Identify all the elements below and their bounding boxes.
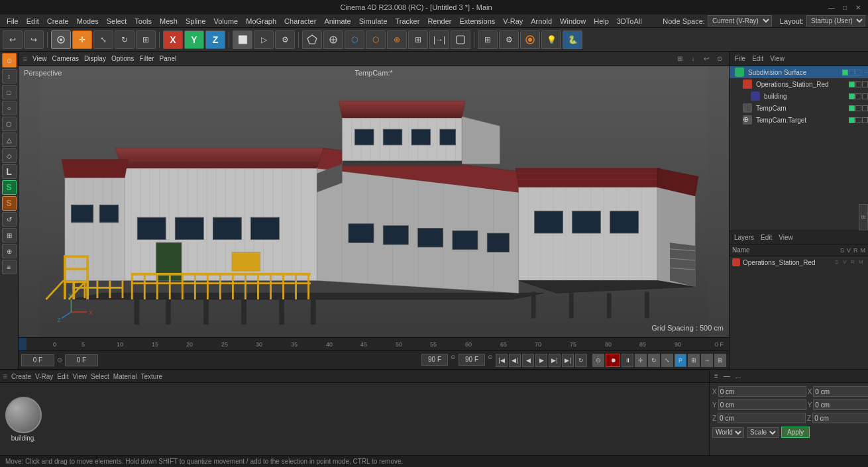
attr-dots[interactable]: ... [733,371,743,381]
om-subdivision-surface[interactable]: Subdivision Surface ··· [730,66,868,78]
menu-file[interactable]: File [3,16,23,26]
om-tempcam[interactable]: 🎥 TempCam [730,102,868,114]
axis-x-button[interactable]: X [163,30,183,49]
menu-3dtool[interactable]: 3DToAll [613,16,646,26]
menu-arnold[interactable]: Arnold [527,16,556,26]
om-ops-check1[interactable] [849,81,855,87]
rot-key-btn[interactable]: ↻ [648,354,660,367]
prev-play-button[interactable]: ◀ [522,354,534,367]
om-building-check1[interactable] [849,93,855,99]
lt-add[interactable]: ⊕ [2,244,17,258]
menu-mograph[interactable]: MoGraph [242,16,280,26]
loop-button[interactable]: ↻ [575,354,587,367]
null-button[interactable]: ⬜ [233,30,252,49]
fps-input[interactable] [459,354,485,366]
vt-display[interactable]: Display [84,55,106,62]
vt-icon1[interactable]: ⊞ [675,54,685,64]
menu-mesh[interactable]: Mesh [156,16,182,26]
menu-modes[interactable]: Modes [73,16,103,26]
attr-y-pos[interactable] [718,399,806,410]
menu-help[interactable]: Help [590,16,613,26]
layout-select[interactable]: Startup (User) [806,15,865,26]
start-frame-input[interactable] [65,354,98,366]
browser-tab[interactable]: B [859,204,868,231]
menu-tools[interactable]: Tools [131,16,156,26]
vt-options[interactable]: Options [111,55,134,62]
attr-z-size[interactable] [812,413,868,423]
all-key-btn[interactable]: ⊞ [688,354,700,367]
layer-icon-v[interactable]: V [843,259,849,266]
vt-filter[interactable]: Filter [139,55,154,62]
vt-icon3[interactable]: ↩ [701,54,712,64]
layers-menu[interactable]: Layers [732,233,756,242]
redo-button[interactable]: ↪ [24,30,44,49]
menu-animate[interactable]: Animate [320,16,354,26]
record-mode-btn[interactable]: ⊙ [592,354,604,367]
om-edit-menu[interactable]: Edit [749,54,766,64]
layer-row-ops[interactable]: Operations_Station_Red S V R M [730,256,868,268]
attr-scale-select[interactable]: Scale [747,427,779,438]
layer-icon-r[interactable]: R [851,259,857,266]
scl-key-btn[interactable]: ⤡ [661,354,673,367]
om-ops-check2[interactable] [855,81,861,87]
menu-window[interactable]: Window [556,16,590,26]
om-building-check3[interactable] [862,93,868,99]
node-space-select[interactable]: Current (V-Ray) [708,15,772,26]
material-building[interactable]: building. [5,397,42,442]
maximize-button[interactable]: □ [840,3,849,12]
om-building[interactable]: building [730,90,868,102]
layer-icon-m[interactable]: M [859,259,865,266]
cb-view-menu[interactable]: View [73,373,87,380]
icon-b[interactable]: ⬡ [366,30,386,49]
lt-undo[interactable]: ↺ [2,212,17,227]
current-frame-input[interactable] [21,354,54,366]
axis-z-button[interactable]: Z [205,30,225,49]
om-cam-check2[interactable] [855,105,861,111]
om-target-check1[interactable] [849,117,855,123]
auto-key-btn[interactable]: ⏸ [622,354,633,367]
transform-button[interactable]: ⊞ [136,30,156,49]
move-button[interactable]: ✛ [72,30,92,49]
prev-frame-button[interactable]: ◀| [509,354,521,367]
om-operations-station[interactable]: Operations_Station_Red [730,78,868,90]
end-frame-input[interactable] [421,354,448,366]
attr-dash[interactable]: — [722,371,732,381]
play-button[interactable]: ▶ [535,354,547,367]
layers-edit-menu[interactable]: Edit [759,233,774,242]
attr-z-pos[interactable] [718,413,806,423]
play-button[interactable]: ▷ [254,30,274,49]
vt-panel[interactable]: Panel [160,55,177,62]
lt-point[interactable]: ⬡ [2,117,17,131]
rotate-button[interactable]: ↻ [115,30,135,49]
apply-button[interactable]: Apply [781,427,810,438]
attr-hamburger[interactable]: ≡ [712,371,720,381]
cb-texture-menu[interactable]: Texture [140,373,162,380]
lt-model[interactable]: □ [2,85,17,99]
om-tempcam-target[interactable]: ⊕ TempCam.Target [730,114,868,126]
layer-icon-s[interactable]: S [835,259,841,266]
render-btn[interactable] [520,30,540,49]
menu-character[interactable]: Character [280,16,320,26]
lt-menu[interactable]: ≡ [2,260,17,274]
icon-c[interactable]: ⊕ [387,30,407,49]
vt-cameras[interactable]: Cameras [52,55,80,62]
python-btn[interactable]: 🐍 [563,30,582,49]
settings-btn[interactable]: ⚙ [499,30,519,49]
menu-edit[interactable]: Edit [23,16,43,26]
vt-hamburger[interactable]: ≡ [23,54,27,64]
om-subdiv-check3[interactable] [855,70,861,76]
lt-edge[interactable]: △ [2,132,17,147]
attr-y-size[interactable] [813,399,868,410]
scale-button[interactable]: ⤡ [93,30,113,49]
go-end-button[interactable]: ▶| [562,354,574,367]
icon-a[interactable]: ⬡ [345,30,364,49]
close-button[interactable]: ✕ [853,3,863,12]
render-settings-button[interactable]: ⚙ [275,30,295,49]
pos-key-btn[interactable]: ✛ [635,354,647,367]
lt-move[interactable]: ↕ [2,69,17,83]
menu-render[interactable]: Render [423,16,455,26]
menu-spline[interactable]: Spline [182,16,210,26]
next-play-button[interactable]: ▶| [549,354,561,367]
lt-grid[interactable]: ⊞ [2,228,17,242]
light-btn[interactable]: 💡 [541,30,561,49]
